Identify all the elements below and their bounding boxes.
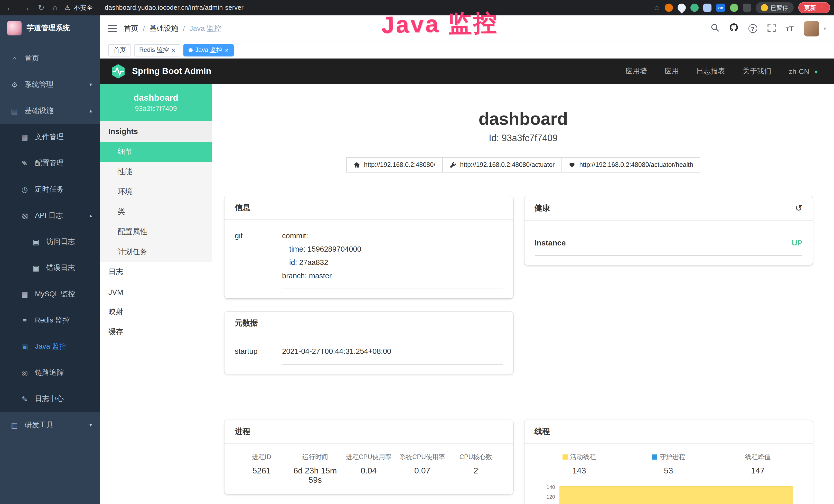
sba-sidebar-items: 日志 JVM 映射 缓存 xyxy=(100,262,212,342)
breadcrumb-home[interactable]: 首页 xyxy=(124,24,138,33)
sba-nav-wallboard[interactable]: 应用墙 xyxy=(626,67,647,76)
forward-button[interactable] xyxy=(22,3,30,12)
col-header: 进程CPU使用率 xyxy=(342,453,396,462)
gear-icon: ⚙ xyxy=(10,81,19,89)
sidebar-item-log-center[interactable]: ✎ 日志中心 xyxy=(0,386,100,412)
infrastructure-icon: ▤ xyxy=(10,107,19,115)
sba-item-metrics[interactable]: 性能 xyxy=(100,162,212,182)
tab-redis-monitor[interactable]: Redis 监控 × xyxy=(134,44,180,56)
threads-chart: 140 120 100 xyxy=(542,483,793,504)
sba-item-environment[interactable]: 环境 xyxy=(100,182,212,202)
health-url-label: http://192.168.0.2:48080/actuator/health xyxy=(579,161,693,168)
actuator-url-button[interactable]: http://192.168.0.2:48080/actuator xyxy=(442,157,562,173)
sba-nav-applications[interactable]: 应用 xyxy=(664,67,679,76)
wrench-icon xyxy=(449,161,456,168)
reload-button[interactable] xyxy=(38,3,44,12)
breadcrumb-infrastructure[interactable]: 基础设施 xyxy=(150,24,178,33)
home-button[interactable] xyxy=(53,3,57,12)
sba-item-mappings[interactable]: 映射 xyxy=(100,302,212,322)
sidebar-item-mysql-monitor[interactable]: ▦ MySQL 监控 xyxy=(0,281,100,307)
sidebar-item-dev-tools[interactable]: ▥ 研发工具 xyxy=(0,412,100,438)
row-value: 2021-04-27T00:44:31.254+08:00 xyxy=(282,345,503,365)
col-value: 2 xyxy=(449,466,503,476)
card-title: 线程 xyxy=(534,427,550,436)
fullscreen-icon[interactable] xyxy=(767,23,775,33)
sba-item-jvm[interactable]: JVM xyxy=(100,282,212,302)
search-icon[interactable] xyxy=(711,23,719,33)
url-text[interactable]: dashboard.yudao.iocoder.cn/infra/admin-s… xyxy=(105,4,244,11)
tab-home[interactable]: 首页 xyxy=(108,44,131,56)
github-icon[interactable] xyxy=(729,23,738,34)
bookmark-star-icon[interactable]: ☆ xyxy=(654,4,660,12)
sba-nav-about[interactable]: 关于我们 xyxy=(743,67,771,76)
logo-image xyxy=(7,21,22,36)
close-icon[interactable]: × xyxy=(172,47,175,53)
sidebar-item-access-log[interactable]: ▣ 访问日志 xyxy=(0,229,100,255)
extension-icon-1[interactable] xyxy=(665,4,673,12)
sba-item-caches[interactable]: 缓存 xyxy=(100,322,212,342)
sidebar-item-tracing[interactable]: ◎ 链路追踪 xyxy=(0,360,100,386)
tags-view-bar: 首页 Redis 监控 × Java 监控 × xyxy=(100,42,834,59)
history-icon[interactable]: ↺ xyxy=(795,203,803,214)
active-dot-icon xyxy=(189,48,193,52)
sidebar-item-redis-monitor[interactable]: ≡ Redis 监控 xyxy=(0,307,100,333)
security-label[interactable]: 不安全 xyxy=(74,3,93,12)
extension-leaf-icon[interactable] xyxy=(730,4,738,12)
sba-sidebar: dashboard 93a3fc7f7409 Insights 细节 性能 环境… xyxy=(100,84,212,504)
sba-item-details[interactable]: 细节 xyxy=(100,142,212,162)
extension-puzzle-icon[interactable] xyxy=(743,4,751,12)
legend-daemon-threads: 守护进程 53 xyxy=(624,453,713,476)
col-header: CPU核心数 xyxy=(449,453,503,462)
screen: ⚠ 不安全 dashboard.yudao.iocoder.cn/infra/a… xyxy=(0,0,834,504)
locale-label: zh-CN xyxy=(789,67,809,75)
sidebar-item-label: MySQL 监控 xyxy=(35,289,75,299)
help-icon[interactable]: ? xyxy=(748,24,757,33)
tab-label: 首页 xyxy=(113,46,126,54)
sidebar-item-scheduled-jobs[interactable]: ◷ 定时任务 xyxy=(0,176,100,202)
log-center-icon: ✎ xyxy=(21,395,29,403)
instance-name: dashboard xyxy=(134,93,178,103)
avatar[interactable] xyxy=(804,21,819,36)
profile-paused-pill[interactable]: 已暂停 xyxy=(756,2,793,13)
cards-grid: 信息 git commit: time: 1596289704000 id: 2… xyxy=(224,196,813,504)
infrastructure-submenu: ▦ 文件管理 ✎ 配置管理 ◷ 定时任务 ▧ API 日志 xyxy=(0,124,100,412)
sidebar-item-java-monitor[interactable]: ▣ Java 监控 xyxy=(0,333,100,360)
extension-vue-icon[interactable] xyxy=(690,4,699,12)
close-icon[interactable]: × xyxy=(225,47,228,53)
clock-icon: ◷ xyxy=(21,185,29,193)
chrome-menu-icon[interactable] xyxy=(819,4,825,11)
card-title: 健康 xyxy=(534,203,550,213)
service-url-button[interactable]: http://192.168.0.2:48080/ xyxy=(346,157,443,173)
sidebar-item-error-log[interactable]: ▣ 错误日志 xyxy=(0,255,100,281)
sidebar-item-file-mgmt[interactable]: ▦ 文件管理 xyxy=(0,124,100,150)
extension-on-badge[interactable]: on xyxy=(716,4,725,12)
back-button[interactable] xyxy=(6,3,14,12)
sba-item-scheduled-tasks[interactable]: 计划任务 xyxy=(100,242,212,262)
divider xyxy=(98,4,99,11)
breadcrumb-separator: / xyxy=(183,24,185,32)
health-url-button[interactable]: http://192.168.0.2:48080/actuator/health xyxy=(561,157,700,173)
spring-boot-admin-frame: Spring Boot Admin 应用墙 应用 日志报表 关于我们 zh-CN… xyxy=(100,59,834,504)
sba-item-classes[interactable]: 类 xyxy=(100,202,212,222)
hamburger-button[interactable] xyxy=(100,25,124,32)
tab-java-monitor[interactable]: Java 监控 × xyxy=(183,44,234,56)
legend-value: 53 xyxy=(624,466,713,476)
font-size-icon[interactable]: тT xyxy=(786,24,794,32)
legend-value: 143 xyxy=(534,466,624,476)
sba-item-config-props[interactable]: 配置属性 xyxy=(100,222,212,242)
sidebar-item-infrastructure[interactable]: ▤ 基础设施 xyxy=(0,97,100,124)
sidebar-item-home[interactable]: ⌂ 首页 xyxy=(0,45,100,71)
chrome-update-button[interactable]: 更新 xyxy=(798,2,830,13)
sidebar-item-api-log[interactable]: ▧ API 日志 xyxy=(0,202,100,229)
sba-brand-title[interactable]: Spring Boot Admin xyxy=(132,66,212,76)
extension-grid-icon[interactable] xyxy=(703,4,711,12)
sba-content: dashboard Id: 93a3fc7f7409 http://192.16… xyxy=(212,84,834,504)
address-bar[interactable]: ⚠ 不安全 dashboard.yudao.iocoder.cn/infra/a… xyxy=(64,3,243,12)
extension-drop-icon[interactable] xyxy=(676,2,687,13)
sidebar-item-system-mgmt[interactable]: ⚙ 系统管理 xyxy=(0,71,100,97)
sba-item-logs[interactable]: 日志 xyxy=(100,262,212,282)
sidebar-item-config-mgmt[interactable]: ✎ 配置管理 xyxy=(0,150,100,176)
sba-locale-select[interactable]: zh-CN ▼ xyxy=(789,67,819,75)
sba-nav-journal[interactable]: 日志报表 xyxy=(696,67,725,76)
process-col-cores: CPU核心数 2 xyxy=(449,453,503,485)
